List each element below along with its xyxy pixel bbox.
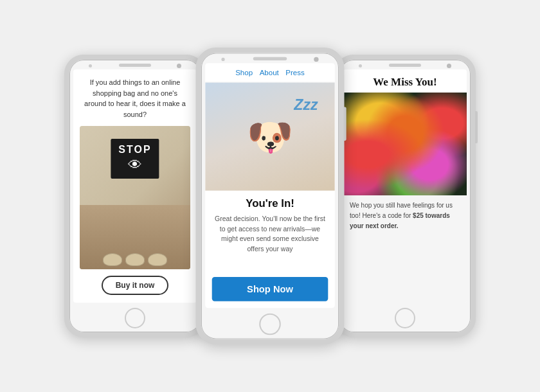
home-button-right[interactable] <box>395 308 415 328</box>
phones-container: If you add things to an online shopping … <box>51 42 489 350</box>
screen3-description: We hop you still have feelings for us to… <box>350 200 460 231</box>
bowl-1 <box>103 253 122 266</box>
we-miss-you-header: We Miss You! <box>343 69 467 93</box>
phone-top-left <box>69 60 201 69</box>
phone-screen-middle: Shop About Press Zzz 🐶 You're In! Great … <box>205 63 335 308</box>
phone-speaker-right <box>389 64 421 67</box>
stop-board: STOP 👁 <box>111 139 159 179</box>
phone-dot-right <box>359 64 362 67</box>
screen2-text-area: You're In! Great decision. You'll now be… <box>205 191 335 308</box>
phone-top-middle <box>201 53 339 63</box>
we-miss-you-title: We Miss You! <box>350 76 460 89</box>
screen2-description: Great decision. You'll now be the first … <box>212 213 328 254</box>
phone-screen-right: We Miss You! We hop you still have feeli… <box>343 69 467 303</box>
phone-bottom-left <box>69 303 201 332</box>
phone-top-right <box>339 60 471 69</box>
zzz-text: Zzz <box>294 96 318 114</box>
nav-bar: Shop About Press <box>205 63 335 82</box>
phone-bottom-right <box>339 303 471 332</box>
stop-image: STOP 👁 <box>80 126 190 269</box>
stop-sign-area: STOP 👁 <box>80 126 190 269</box>
home-button-left[interactable] <box>125 308 145 328</box>
flowers-background <box>343 93 467 195</box>
discount-highlight: $25 towards your next order. <box>350 212 450 229</box>
stop-text: STOP <box>118 144 151 156</box>
eye-icon: 👁 <box>118 157 151 174</box>
nav-press[interactable]: Press <box>285 69 305 77</box>
phone-right: We Miss You! We hop you still have feeli… <box>334 55 476 337</box>
dog-image: Zzz 🐶 <box>205 83 335 191</box>
screen-content-middle: Shop About Press Zzz 🐶 You're In! Great … <box>205 63 335 308</box>
bowl-3 <box>148 253 167 266</box>
phone-speaker-left <box>119 64 151 67</box>
phone-bottom-middle <box>201 308 339 339</box>
screen-content-left: If you add things to an online shopping … <box>73 69 197 303</box>
bowl-2 <box>125 253 145 266</box>
phone-screen-left: If you add things to an online shopping … <box>73 69 197 303</box>
phone-dot-middle <box>221 58 224 61</box>
buy-now-button[interactable]: Buy it now <box>102 276 169 295</box>
phone-dot-left <box>89 64 92 67</box>
home-button-middle[interactable] <box>259 314 281 335</box>
phone-left: If you add things to an online shopping … <box>64 55 206 337</box>
nav-about[interactable]: About <box>260 69 279 77</box>
phone-camera-middle <box>314 57 318 62</box>
phone-camera-right <box>447 64 451 68</box>
screen3-text-area: We hop you still have feelings for us to… <box>343 195 467 303</box>
flowers-image <box>343 93 467 195</box>
youre-in-title: You're In! <box>246 197 294 209</box>
nav-shop[interactable]: Shop <box>235 69 253 77</box>
quote-text: If you add things to an online shopping … <box>80 77 190 120</box>
shop-now-button[interactable]: Shop Now <box>212 277 328 301</box>
phone-middle: Shop About Press Zzz 🐶 You're In! Great … <box>196 48 345 344</box>
phone-camera-left <box>177 64 181 68</box>
bowls-area <box>80 205 190 269</box>
screen-content-right: We Miss You! We hop you still have feeli… <box>343 69 467 303</box>
phone-speaker-middle <box>253 57 287 60</box>
dog-emoji: 🐶 <box>247 114 293 158</box>
